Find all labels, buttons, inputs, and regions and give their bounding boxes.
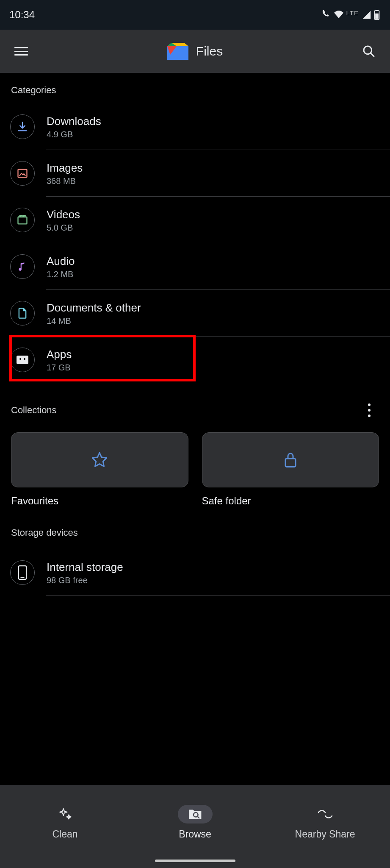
svg-rect-2	[375, 14, 379, 19]
collections-row: Favourites Safe folder	[0, 420, 390, 507]
document-icon	[10, 301, 35, 326]
category-label: Downloads	[47, 115, 101, 128]
storage-size: 98 GB free	[47, 576, 123, 585]
storage-label: Internal storage	[47, 561, 123, 574]
category-audio[interactable]: Audio 1.2 MB	[0, 243, 390, 290]
svg-point-9	[19, 358, 21, 360]
lte-label: LTE	[346, 9, 359, 17]
hamburger-icon	[14, 47, 28, 56]
category-size: 4.9 GB	[47, 130, 101, 139]
svg-rect-6	[18, 170, 27, 178]
storage-heading: Storage devices	[0, 507, 390, 546]
audio-icon	[10, 254, 35, 279]
app-bar: Files	[0, 30, 390, 73]
collection-safe-folder[interactable]: Safe folder	[202, 432, 379, 507]
category-label: Videos	[47, 208, 80, 221]
status-icons: LTE	[322, 9, 380, 21]
category-apps[interactable]: Apps 17 GB	[0, 337, 390, 383]
svg-line-5	[371, 53, 374, 56]
nav-label: Clean	[52, 829, 77, 840]
nav-browse[interactable]: Browse	[130, 805, 260, 840]
collection-label: Favourites	[11, 495, 188, 507]
video-icon	[10, 208, 35, 232]
category-size: 1.2 MB	[47, 270, 75, 279]
search-button[interactable]	[360, 42, 378, 61]
categories-list: Downloads 4.9 GB Images 368 MB Videos 5.…	[0, 103, 390, 383]
category-size: 14 MB	[47, 316, 141, 326]
category-size: 17 GB	[47, 363, 72, 373]
collection-favourites[interactable]: Favourites	[11, 432, 188, 507]
category-label: Documents & other	[47, 301, 141, 314]
categories-heading: Categories	[0, 73, 390, 103]
collections-header: Collections	[0, 383, 390, 420]
svg-point-10	[24, 358, 25, 360]
wifi-icon	[334, 10, 344, 19]
phone-wifi-icon	[322, 10, 331, 19]
nav-nearby-share[interactable]: Nearby Share	[260, 805, 390, 840]
content-area: Categories Downloads 4.9 GB Images 368 M…	[0, 73, 390, 785]
app-title-area: Files	[30, 43, 360, 60]
signal-icon	[362, 10, 371, 19]
nav-label: Browse	[179, 829, 211, 840]
svg-rect-1	[376, 10, 378, 11]
category-label: Apps	[47, 348, 72, 361]
status-bar: 10:34 LTE	[0, 0, 390, 30]
app-title: Files	[196, 44, 223, 58]
folder-search-icon	[188, 808, 202, 821]
home-indicator-area	[0, 854, 390, 868]
category-images[interactable]: Images 368 MB	[0, 150, 390, 197]
more-options-button[interactable]	[363, 401, 376, 420]
sparkle-icon	[58, 807, 72, 821]
category-size: 5.0 GB	[47, 223, 80, 233]
category-label: Images	[47, 161, 83, 175]
category-documents[interactable]: Documents & other 14 MB	[0, 290, 390, 337]
phone-icon	[10, 560, 35, 585]
download-icon	[10, 114, 35, 139]
category-videos[interactable]: Videos 5.0 GB	[0, 197, 390, 243]
search-icon	[362, 45, 376, 58]
svg-rect-8	[17, 356, 28, 364]
bottom-nav: Clean Browse Nearby Share	[0, 785, 390, 868]
image-icon	[10, 161, 35, 186]
category-size: 368 MB	[47, 176, 83, 186]
dot-icon	[368, 403, 371, 406]
menu-button[interactable]	[12, 42, 30, 61]
nearby-share-icon	[317, 809, 334, 819]
category-label: Audio	[47, 255, 75, 268]
nav-clean[interactable]: Clean	[0, 805, 130, 840]
category-downloads[interactable]: Downloads 4.9 GB	[0, 103, 390, 150]
lock-icon	[283, 451, 298, 469]
status-time: 10:34	[9, 9, 35, 21]
collections-heading: Collections	[11, 405, 57, 416]
collection-label: Safe folder	[202, 495, 379, 507]
files-app-icon	[167, 43, 188, 60]
svg-rect-11	[285, 459, 296, 467]
nav-label: Nearby Share	[295, 829, 355, 840]
star-icon	[91, 451, 108, 468]
apps-icon	[10, 348, 35, 372]
battery-icon	[374, 10, 380, 20]
storage-internal[interactable]: Internal storage 98 GB free	[0, 549, 390, 596]
home-indicator[interactable]	[155, 860, 235, 862]
svg-rect-7	[18, 217, 27, 224]
